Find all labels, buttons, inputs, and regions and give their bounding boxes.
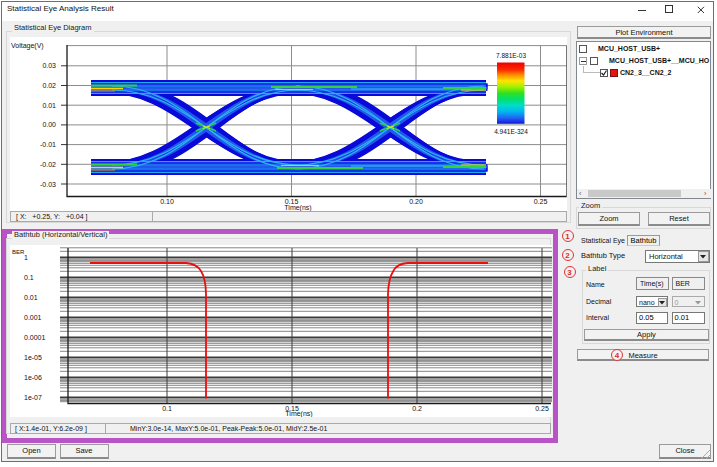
svg-text:0.01: 0.01: [42, 102, 56, 109]
svg-text:BER: BER: [12, 249, 25, 255]
svg-text:1: 1: [24, 254, 28, 261]
svg-text:0.0001: 0.0001: [24, 334, 46, 341]
svg-text:1e-07: 1e-07: [24, 394, 42, 401]
svg-text:0.25: 0.25: [534, 198, 548, 205]
svg-text:0.2: 0.2: [412, 405, 422, 412]
svg-text:0.1: 0.1: [162, 405, 172, 412]
svg-text:0.1: 0.1: [24, 274, 34, 281]
svg-text:0.03: 0.03: [42, 62, 56, 69]
svg-text:0.01: 0.01: [24, 294, 38, 301]
svg-text:0.02: 0.02: [42, 82, 56, 89]
svg-text:0.00: 0.00: [42, 121, 56, 128]
svg-text:7.881E-03: 7.881E-03: [496, 52, 526, 59]
svg-text:0.25: 0.25: [535, 405, 549, 412]
svg-text:-0.03: -0.03: [40, 181, 56, 188]
svg-text:Time(ns): Time(ns): [285, 410, 312, 417]
svg-text:-0.01: -0.01: [40, 141, 56, 148]
svg-text:1e-06: 1e-06: [24, 374, 42, 381]
svg-text:0.20: 0.20: [409, 198, 423, 205]
svg-text:0.10: 0.10: [160, 198, 174, 205]
svg-text:Voltage(V): Voltage(V): [11, 42, 44, 50]
svg-text:0.001: 0.001: [24, 314, 42, 321]
svg-text:4.941E-324: 4.941E-324: [494, 128, 528, 135]
svg-text:-0.02: -0.02: [40, 161, 56, 168]
svg-text:1e-05: 1e-05: [24, 354, 42, 361]
